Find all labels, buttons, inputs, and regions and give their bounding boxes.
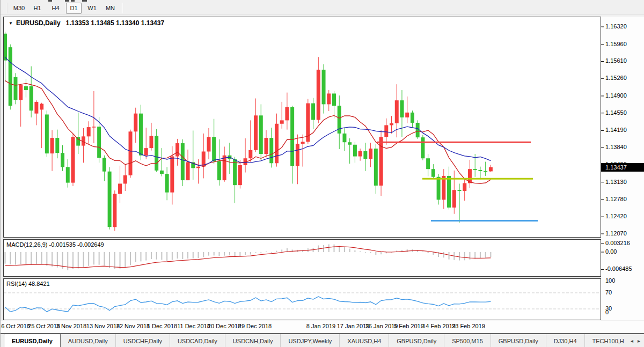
current-price-tag: 1.13437 xyxy=(601,163,644,172)
price-tick-label: 1.13130 xyxy=(605,179,643,185)
time-tick-label: 23 Feb 2019 xyxy=(444,323,493,329)
macd-tick-label: 0.003216 xyxy=(605,240,643,246)
mt4-window: M30H1H4D1W1MN ▼EURUSD,Daily1.13353 1.134… xyxy=(0,0,644,347)
price-tick-label: 1.14550 xyxy=(605,109,643,116)
chart-title: ▼EURUSD,Daily1.13353 1.13485 1.13340 1.1… xyxy=(9,19,164,27)
macd-tick-label: 0.00 xyxy=(605,248,643,255)
timeframe-button-m30[interactable]: M30 xyxy=(11,3,27,14)
chart-tab-dj30-h4[interactable]: DJ30,H4 xyxy=(546,334,584,347)
chart-tab-bar: EURUSD,DailyAUDUSD,DailyUSDCHF,DailyUSDC… xyxy=(1,334,644,347)
timeframe-toolbar: M30H1H4D1W1MN xyxy=(1,2,644,15)
chart-tab-usdchf-daily[interactable]: USDCHF,Daily xyxy=(115,334,170,347)
chart-ohlc-values: 1.13353 1.13485 1.13340 1.13437 xyxy=(66,19,165,27)
rsi-label: RSI(14) 48.8421 xyxy=(6,280,50,287)
timeframe-button-mn[interactable]: MN xyxy=(103,3,118,14)
price-tick-label: 1.12780 xyxy=(605,196,643,202)
tabs-scroll-right-icon[interactable]: ▸ xyxy=(638,338,640,344)
chart-tab-gbpusd-daily[interactable]: GBPUSD,Daily xyxy=(389,334,444,347)
chart-tab-tech100-h[interactable]: TECH100,H xyxy=(584,334,626,347)
price-tick-label: 1.12070 xyxy=(605,230,643,237)
chart-symbol-label: EURUSD,Daily xyxy=(16,19,61,27)
timeframe-button-w1[interactable]: W1 xyxy=(84,3,100,14)
rsi-tick-label: 0 xyxy=(605,309,643,315)
price-tick-label: 1.15610 xyxy=(605,57,643,64)
price-tick-label: 1.14900 xyxy=(605,92,643,99)
price-tick-label: 1.15960 xyxy=(605,41,643,47)
macd-label: MACD(12,26,9) -0.001535 -0.002649 xyxy=(6,241,104,248)
timeframe-button-h1[interactable]: H1 xyxy=(30,3,45,14)
chart-tab-gbpusd-daily[interactable]: GBPUSD,Daily xyxy=(491,334,546,347)
timeframe-button-d1[interactable]: D1 xyxy=(66,3,82,14)
rsi-tick-label: 70 xyxy=(605,289,643,296)
price-tick-label: 1.14190 xyxy=(605,127,643,133)
chart-tab-usdcad-daily[interactable]: USDCAD,Daily xyxy=(170,334,225,347)
main-chart-panel[interactable]: ▼EURUSD,Daily1.13353 1.13485 1.13340 1.1… xyxy=(3,17,601,238)
macd-tick-label: -0.006485 xyxy=(605,265,643,272)
chart-tab-usdjpy-weekly[interactable]: USDJPY,Weekly xyxy=(280,334,339,347)
price-tick-label: 1.16320 xyxy=(605,23,643,29)
chart-tab-sp500-m15[interactable]: SP500,M15 xyxy=(444,334,490,347)
price-tick-label: 1.15260 xyxy=(605,75,643,81)
rsi-indicator-panel[interactable]: RSI(14) 48.8421 xyxy=(3,278,601,320)
chart-tab-usdcnh-daily[interactable]: USDCNH,Daily xyxy=(225,334,281,347)
chart-tab-xauusd-h4[interactable]: XAUUSD,H4 xyxy=(339,334,389,347)
chart-tab-audusd-daily[interactable]: AUDUSD,Daily xyxy=(61,334,115,347)
macd-indicator-panel[interactable]: MACD(12,26,9) -0.001535 -0.002649 xyxy=(3,239,601,277)
price-tick-label: 1.12420 xyxy=(605,213,643,219)
chart-tab-eurusd-daily[interactable]: EURUSD,Daily xyxy=(4,334,61,347)
price-tick-label: 1.13840 xyxy=(605,144,643,150)
timeframe-button-h4[interactable]: H4 xyxy=(48,3,63,14)
collapse-icon[interactable]: ▼ xyxy=(9,21,13,26)
rsi-tick-label: 100 xyxy=(605,277,643,284)
tabs-scroll-left-icon[interactable]: ◂ xyxy=(631,338,633,344)
time-tick-label: 29 Dec 2018 xyxy=(231,323,279,329)
